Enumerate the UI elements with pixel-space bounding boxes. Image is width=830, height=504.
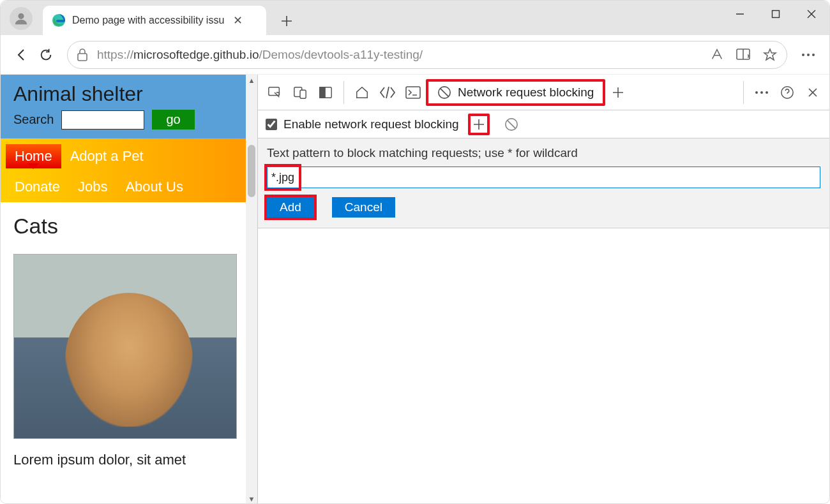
scroll-thumb[interactable]	[248, 145, 255, 197]
elements-tab-icon[interactable]	[375, 80, 400, 105]
block-icon	[437, 85, 451, 100]
tab-close-icon[interactable]: ✕	[233, 13, 243, 27]
nav-adopt[interactable]: Adopt a Pet	[61, 144, 153, 168]
reader-icon[interactable]	[736, 47, 751, 63]
nav-jobs[interactable]: Jobs	[69, 175, 116, 199]
browser-menu-button[interactable]	[796, 43, 820, 67]
edge-favicon	[52, 13, 66, 27]
tab-title: Demo page with accessibility issu	[72, 15, 224, 26]
nav-about[interactable]: About Us	[116, 175, 192, 199]
site-title: Animal shelter	[13, 82, 233, 106]
lorem-text: Lorem ipsum dolor, sit amet	[13, 452, 233, 468]
scroll-down-icon[interactable]: ▼	[246, 493, 257, 504]
devtools-close-icon[interactable]	[800, 80, 826, 105]
window-titlebar: Demo page with accessibility issu ✕	[1, 1, 829, 35]
svg-rect-12	[320, 87, 325, 98]
scroll-up-icon[interactable]: ▲	[246, 75, 257, 86]
cat-image	[13, 254, 237, 439]
nav-donate[interactable]: Donate	[6, 175, 69, 199]
pattern-hint: Text pattern to block matching requests;…	[267, 146, 820, 160]
window-controls	[722, 1, 829, 27]
svg-point-6	[807, 54, 810, 56]
browser-tab[interactable]: Demo page with accessibility issu ✕	[43, 6, 266, 35]
minimize-button[interactable]	[722, 1, 758, 27]
blocking-toolbar: Enable network request blocking	[258, 110, 829, 138]
svg-point-7	[812, 54, 815, 56]
page-viewport: Animal shelter Search go Home Adopt a Pe…	[1, 75, 257, 504]
scrollbar[interactable]: ▲ ▼	[246, 75, 257, 504]
device-toggle-icon[interactable]	[287, 80, 313, 105]
pattern-input[interactable]	[267, 167, 820, 188]
add-pattern-icon[interactable]	[468, 114, 490, 135]
svg-point-17	[766, 91, 768, 94]
remove-all-icon[interactable]	[499, 112, 524, 137]
new-tab-button[interactable]	[274, 8, 299, 34]
svg-rect-8	[269, 87, 280, 95]
favorite-icon[interactable]	[762, 47, 778, 63]
svg-rect-10	[300, 90, 306, 98]
network-request-blocking-tab[interactable]: Network request blocking	[426, 79, 605, 106]
active-tab-label: Network request blocking	[458, 85, 594, 100]
browser-toolbar: https://microsoftedge.github.io/Demos/de…	[1, 35, 829, 75]
svg-point-5	[802, 54, 804, 56]
dock-icon[interactable]	[313, 80, 338, 105]
more-tabs-button[interactable]	[605, 80, 631, 105]
inspect-icon[interactable]	[262, 80, 287, 105]
search-label: Search	[13, 112, 54, 127]
enable-blocking-checkbox[interactable]: Enable network request blocking	[266, 117, 459, 131]
devtools-tabbar: Network request blocking	[258, 75, 829, 110]
add-pattern-form: Text pattern to block matching requests;…	[258, 138, 829, 228]
svg-point-16	[760, 91, 763, 94]
help-icon[interactable]	[774, 80, 800, 105]
add-button[interactable]: Add	[267, 197, 314, 218]
back-button[interactable]	[10, 43, 34, 67]
page-heading: Cats	[13, 214, 233, 239]
maximize-button[interactable]	[758, 1, 794, 27]
welcome-tab-icon[interactable]	[349, 80, 375, 105]
search-input[interactable]	[61, 110, 144, 130]
lock-icon[interactable]	[77, 48, 88, 61]
main-nav: Home Adopt a Pet Donate Jobs About Us	[1, 138, 246, 202]
svg-rect-2	[773, 11, 780, 18]
go-button[interactable]: go	[152, 110, 194, 130]
refresh-button[interactable]	[34, 43, 58, 67]
read-aloud-icon[interactable]	[710, 47, 724, 63]
nav-home[interactable]: Home	[6, 144, 61, 168]
svg-rect-3	[78, 54, 87, 61]
svg-rect-13	[406, 87, 420, 98]
svg-point-15	[755, 91, 758, 94]
close-window-button[interactable]	[794, 1, 829, 27]
profile-avatar[interactable]	[10, 7, 33, 30]
devtools-panel: Network request blocking Enable network …	[257, 75, 829, 504]
address-bar[interactable]: https://microsoftedge.github.io/Demos/de…	[67, 41, 787, 69]
console-tab-icon[interactable]	[400, 80, 426, 105]
svg-point-0	[18, 13, 24, 19]
cancel-button[interactable]: Cancel	[332, 197, 395, 218]
devtools-more-icon[interactable]	[749, 80, 774, 105]
url-text: https://microsoftedge.github.io/Demos/de…	[97, 48, 710, 62]
enable-blocking-input[interactable]	[266, 119, 277, 130]
page-header: Animal shelter Search go	[1, 75, 246, 138]
